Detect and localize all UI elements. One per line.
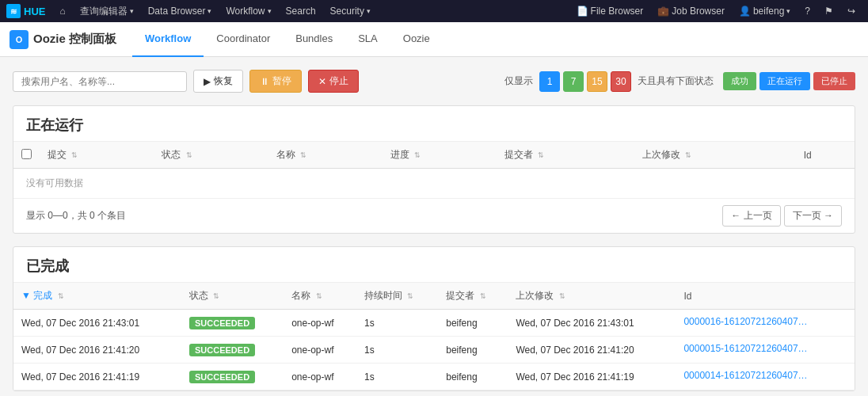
sort-icon: ⇅	[186, 151, 192, 159]
status-badge: SUCCEEDED	[189, 371, 255, 383]
nav-search-label: Search	[286, 6, 316, 17]
cell-status: SUCCEEDED	[181, 310, 284, 337]
nav-user[interactable]: 👤 beifeng ▾	[733, 0, 797, 22]
id-link[interactable]: 0000016-161207212604072-oozie-beif-W	[683, 316, 810, 327]
nav-data-browser[interactable]: Data Browser ▾	[142, 0, 219, 22]
flag-icon: ⚑	[824, 6, 833, 17]
sort-icon: ⇅	[300, 151, 306, 159]
th-name[interactable]: 名称 ⇅	[284, 283, 356, 310]
select-all-checkbox[interactable]	[21, 149, 32, 159]
nav-help[interactable]: ?	[798, 0, 817, 22]
cell-id: 0000015-161207212604072-oozie-beif-W	[676, 337, 855, 364]
running-page-nav: ← 上一页 下一页 →	[722, 205, 842, 227]
nav-search[interactable]: Search	[280, 0, 322, 22]
right-icons: 📄 File Browser 💼 Job Browser 👤 beifeng ▾…	[570, 0, 862, 22]
running-table: 提交 ⇅ 状态 ⇅ 名称 ⇅ 进度 ⇅	[13, 142, 855, 199]
th-checkbox[interactable]	[13, 142, 40, 169]
sort-icon: ⇅	[414, 151, 421, 159]
tab-oozie[interactable]: Oozie	[390, 22, 443, 57]
th-submit[interactable]: 提交 ⇅	[40, 142, 154, 169]
days-label: 天且具有下面状态	[638, 74, 714, 88]
status-success-button[interactable]: 成功	[723, 72, 756, 90]
th-last-modified[interactable]: 上次修改 ⇅	[508, 283, 676, 310]
tab-coordinator-label: Coordinator	[216, 32, 270, 44]
toolbar: ▶ 恢复 ⏸ 暂停 ✕ 停止 仅显示 1 7 15 30 天	[13, 70, 855, 93]
sort-icon: ⇅	[559, 292, 565, 300]
th-submitter[interactable]: 提交者 ⇅	[497, 142, 634, 169]
search-input[interactable]	[13, 71, 187, 92]
status-stopped-button[interactable]: 已停止	[813, 72, 855, 90]
completed-table-header: ▼ 完成 ⇅ 状态 ⇅ 名称 ⇅ 持续时间 ⇅	[13, 283, 855, 310]
status-badge: SUCCEEDED	[189, 344, 255, 356]
sort-icon: ⇅	[407, 292, 413, 300]
tab-workflow[interactable]: Workflow	[132, 22, 204, 57]
tab-bundles-label: Bundles	[295, 32, 333, 44]
nav-flag[interactable]: ⚑	[818, 0, 839, 22]
th-progress[interactable]: 进度 ⇅	[383, 142, 497, 169]
cell-complete: Wed, 07 Dec 2016 21:43:01	[13, 310, 181, 337]
sort-icon: ⇅	[538, 151, 544, 159]
status-stopped-label: 已停止	[821, 76, 847, 86]
th-last-modified[interactable]: 上次修改 ⇅	[634, 142, 796, 169]
nav-query-editor-label: 查询编辑器	[80, 5, 128, 18]
th-submitter[interactable]: 提交者 ⇅	[438, 283, 508, 310]
th-last-modified-label: 上次修改	[516, 290, 554, 301]
pause-icon: ⏸	[260, 76, 269, 87]
cell-last-modified: Wed, 07 Dec 2016 21:41:19	[508, 364, 676, 390]
page-size-1-label: 1	[547, 76, 553, 87]
sort-icon: ⇅	[685, 151, 691, 159]
id-link[interactable]: 0000015-161207212604072-oozie-beif-W	[683, 343, 810, 354]
main-content: ▶ 恢复 ⏸ 暂停 ✕ 停止 仅显示 1 7 15 30 天	[0, 57, 868, 396]
page-size-7-label: 7	[571, 76, 577, 87]
id-link[interactable]: 0000014-161207212604072-oozie-beif-W	[683, 370, 810, 381]
prev-page-button[interactable]: ← 上一页	[722, 205, 780, 227]
th-duration[interactable]: 持续时间 ⇅	[356, 283, 438, 310]
nav-signout[interactable]: ↪	[841, 0, 862, 22]
page-size-1[interactable]: 1	[539, 71, 560, 92]
running-section: 正在运行 提交 ⇅ 状态 ⇅ 名称	[13, 105, 855, 234]
page-size-7[interactable]: 7	[563, 71, 584, 92]
oozie-brand-icon: O	[10, 30, 29, 49]
stop-button[interactable]: ✕ 停止	[308, 70, 359, 93]
play-icon: ▶	[204, 76, 211, 87]
th-complete[interactable]: ▼ 完成 ⇅	[13, 283, 181, 310]
nav-query-editor[interactable]: 查询编辑器 ▾	[74, 0, 140, 22]
page-size-30[interactable]: 30	[611, 71, 631, 92]
page-size-15[interactable]: 15	[587, 71, 607, 92]
nav-security[interactable]: Security ▾	[324, 0, 377, 22]
running-table-header: 提交 ⇅ 状态 ⇅ 名称 ⇅ 进度 ⇅	[13, 142, 855, 169]
th-status[interactable]: 状态 ⇅	[154, 142, 268, 169]
nav-home[interactable]: ⌂	[53, 0, 71, 22]
tab-sla-label: SLA	[358, 32, 378, 44]
cell-duration: 1s	[356, 337, 438, 364]
table-row: Wed, 07 Dec 2016 21:41:19 SUCCEEDED one-…	[13, 364, 855, 390]
cell-status: SUCCEEDED	[181, 337, 284, 364]
status-running-label: 正在运行	[767, 76, 802, 86]
nav-job-browser[interactable]: 💼 Job Browser	[651, 0, 731, 22]
th-status-label: 状态	[162, 149, 181, 160]
page-size-15-label: 15	[592, 76, 602, 87]
nav-workflow[interactable]: Workflow ▾	[219, 0, 277, 22]
tab-sla[interactable]: SLA	[345, 22, 390, 57]
pause-button[interactable]: ⏸ 暂停	[249, 70, 302, 93]
resume-button[interactable]: ▶ 恢复	[193, 70, 243, 93]
filter-label: 仅显示	[504, 74, 533, 88]
running-pagination-row: 显示 0—0，共 0 个条目 ← 上一页 下一页 →	[13, 199, 855, 233]
tab-coordinator[interactable]: Coordinator	[204, 22, 283, 57]
oozie-bar: O Oozie 控制面板 Workflow Coordinator Bundle…	[0, 22, 868, 57]
nav-data-browser-label: Data Browser	[148, 6, 206, 17]
brand-name[interactable]: HUE	[24, 6, 45, 17]
tab-bundles[interactable]: Bundles	[283, 22, 345, 57]
no-data-row: 没有可用数据	[13, 169, 855, 199]
th-name[interactable]: 名称 ⇅	[268, 142, 383, 169]
th-progress-label: 进度	[390, 149, 409, 160]
th-submit-label: 提交	[48, 149, 67, 160]
cell-submitter: beifeng	[438, 337, 508, 364]
th-status[interactable]: 状态 ⇅	[181, 283, 284, 310]
running-section-title: 正在运行	[13, 106, 855, 142]
th-id[interactable]: Id	[796, 142, 855, 169]
th-id[interactable]: Id	[676, 283, 855, 310]
nav-file-browser[interactable]: 📄 File Browser	[570, 0, 650, 22]
status-running-button[interactable]: 正在运行	[760, 72, 810, 90]
next-page-button[interactable]: 下一页 →	[784, 205, 842, 227]
